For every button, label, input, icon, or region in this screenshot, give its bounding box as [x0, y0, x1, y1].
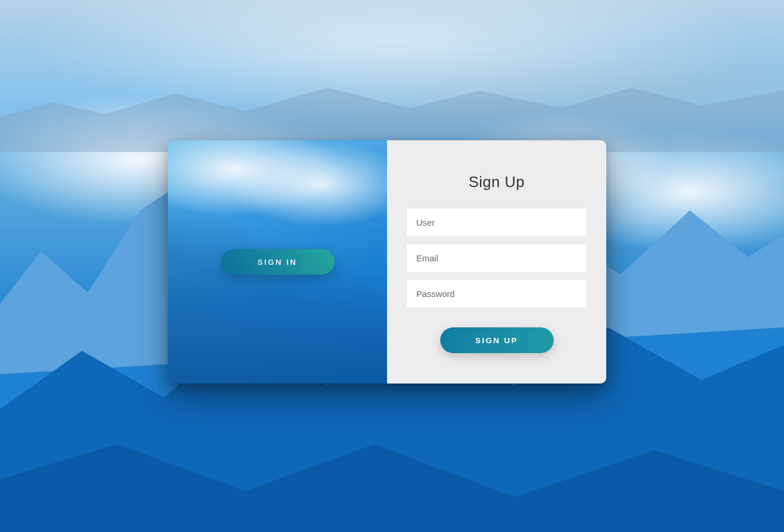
user-field[interactable] — [407, 209, 586, 236]
signup-title: Sign Up — [469, 173, 525, 191]
signup-panel: Sign Up Sign Up — [387, 140, 606, 384]
signin-panel: Sign In — [168, 140, 387, 384]
signin-button[interactable]: Sign In — [221, 249, 334, 275]
auth-card: Sign In Sign Up Sign Up — [168, 140, 606, 384]
email-field[interactable] — [407, 244, 586, 272]
signup-button[interactable]: Sign Up — [440, 327, 554, 353]
password-field[interactable] — [407, 280, 586, 308]
